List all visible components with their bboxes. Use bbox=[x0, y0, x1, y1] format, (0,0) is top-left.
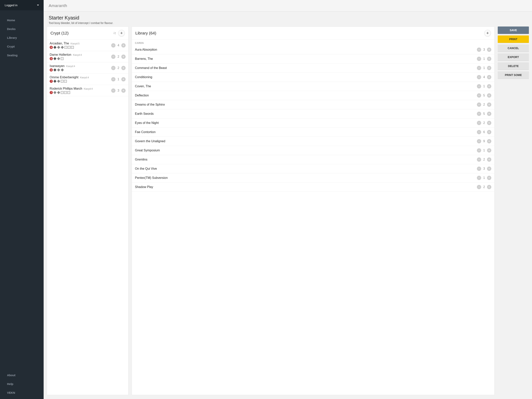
decrement-button[interactable]: − bbox=[477, 57, 481, 61]
discipline-icon bbox=[67, 91, 70, 94]
increment-button[interactable]: + bbox=[487, 48, 491, 52]
decrement-button[interactable]: − bbox=[477, 121, 481, 125]
crypt-card-count: 1 bbox=[117, 77, 120, 81]
crypt-row[interactable]: Arcadian, TheKiasyd:58−4+ bbox=[47, 40, 128, 51]
crypt-card-info: Dame HollertonKiasyd:45 bbox=[50, 53, 110, 60]
library-row[interactable]: Dreams of the Sphinx−2+ bbox=[132, 100, 494, 109]
login-dropdown[interactable]: Logged in bbox=[0, 0, 44, 10]
decrement-button[interactable]: − bbox=[477, 157, 481, 162]
print-some-button[interactable]: PRINT SOME bbox=[498, 71, 529, 79]
library-panel: Library (64) + CARDS Aura Absorption−3+B… bbox=[132, 26, 495, 395]
sidebar-item-about[interactable]: About bbox=[0, 371, 44, 380]
decrement-button[interactable]: − bbox=[111, 55, 115, 59]
library-card-name: Pentex(TM) Subversion bbox=[135, 176, 475, 180]
library-card-name: Coven, The bbox=[135, 84, 475, 88]
crypt-row[interactable]: Roderick Phillips MarchKiasyd:47−3+ bbox=[47, 85, 128, 96]
library-row[interactable]: Command of the Beast−1+ bbox=[132, 64, 494, 73]
decrement-button[interactable]: − bbox=[477, 176, 481, 180]
print-button[interactable]: PRINT bbox=[498, 35, 529, 43]
library-card-name: Govern the Unaligned bbox=[135, 140, 475, 143]
library-row[interactable]: Great Symposium−1+ bbox=[132, 146, 494, 155]
increment-button[interactable]: + bbox=[487, 130, 491, 134]
library-row[interactable]: Govern the Unaligned−9+ bbox=[132, 137, 494, 146]
library-row[interactable]: Shadow Play−2+ bbox=[132, 183, 494, 192]
increment-button[interactable]: + bbox=[487, 57, 491, 61]
decrement-button[interactable]: − bbox=[111, 43, 115, 48]
crypt-card-count: 2 bbox=[117, 66, 120, 70]
discipline-icon bbox=[71, 46, 74, 49]
export-button[interactable]: EXPORT bbox=[498, 53, 529, 61]
crypt-row[interactable]: Dame HollertonKiasyd:45−2+ bbox=[47, 51, 128, 62]
crypt-row[interactable]: IsanwayenKiasyd:46−2+ bbox=[47, 62, 128, 74]
library-row[interactable]: Fae Contortion−6+ bbox=[132, 128, 494, 137]
increment-button[interactable]: + bbox=[487, 121, 491, 125]
capacity-badge: 8 bbox=[50, 46, 53, 49]
library-row[interactable]: Eyes of the Night−2+ bbox=[132, 118, 494, 128]
decrement-button[interactable]: − bbox=[111, 77, 115, 81]
library-card-name: Gremlins bbox=[135, 158, 475, 161]
increment-button[interactable]: + bbox=[121, 43, 126, 48]
library-row[interactable]: Coven, The−1+ bbox=[132, 82, 494, 91]
increment-button[interactable]: + bbox=[487, 176, 491, 180]
cancel-button[interactable]: CANCEL bbox=[498, 45, 529, 52]
crypt-card-tag: Kiasyd:5 bbox=[70, 42, 79, 45]
increment-button[interactable]: + bbox=[487, 185, 491, 189]
decrement-button[interactable]: − bbox=[477, 103, 481, 107]
delete-button[interactable]: DELETE bbox=[498, 62, 529, 70]
library-row[interactable]: Gremlins−2+ bbox=[132, 155, 494, 164]
decrement-button[interactable]: − bbox=[477, 130, 481, 134]
library-row[interactable]: Deflection−5+ bbox=[132, 91, 494, 100]
decrement-button[interactable]: − bbox=[477, 75, 481, 79]
sort-icon[interactable] bbox=[113, 32, 116, 35]
decrement-button[interactable]: − bbox=[477, 112, 481, 116]
increment-button[interactable]: + bbox=[487, 148, 491, 153]
increment-button[interactable]: + bbox=[487, 93, 491, 98]
decrement-button[interactable]: − bbox=[477, 66, 481, 70]
increment-button[interactable]: + bbox=[487, 139, 491, 143]
sidebar-item-library[interactable]: Library bbox=[0, 33, 44, 42]
library-row[interactable]: Conditioning−4+ bbox=[132, 73, 494, 82]
sidebar-item-crypt[interactable]: Crypt bbox=[0, 42, 44, 51]
library-row[interactable]: Pentex(TM) Subversion−1+ bbox=[132, 174, 494, 183]
increment-button[interactable]: + bbox=[487, 84, 491, 89]
decrement-button[interactable]: − bbox=[111, 89, 115, 93]
decrement-button[interactable]: − bbox=[477, 148, 481, 153]
library-add-button[interactable]: + bbox=[484, 30, 491, 36]
save-button[interactable]: SAVE bbox=[498, 26, 529, 34]
increment-button[interactable]: + bbox=[121, 89, 126, 93]
decrement-button[interactable]: − bbox=[477, 139, 481, 143]
crypt-row[interactable]: Omme EnberbenightKiasyd:47−1+ bbox=[47, 74, 128, 85]
sidebar-item-home[interactable]: Home bbox=[0, 16, 44, 25]
increment-button[interactable]: + bbox=[487, 103, 491, 107]
library-card-count: 9 bbox=[483, 140, 485, 143]
decrement-button[interactable]: − bbox=[477, 167, 481, 171]
crypt-add-button[interactable]: + bbox=[118, 30, 125, 36]
library-card-name: Great Symposium bbox=[135, 149, 475, 152]
increment-button[interactable]: + bbox=[121, 77, 126, 81]
library-row[interactable]: On the Qui Vive−3+ bbox=[132, 164, 494, 174]
sidebar-item-seating[interactable]: Seating bbox=[0, 51, 44, 60]
increment-button[interactable]: + bbox=[487, 75, 491, 79]
library-row[interactable]: Earth Swords−5+ bbox=[132, 109, 494, 118]
decrement-button[interactable]: − bbox=[111, 66, 115, 70]
increment-button[interactable]: + bbox=[121, 66, 126, 70]
decrement-button[interactable]: − bbox=[477, 84, 481, 89]
login-label: Logged in bbox=[5, 4, 18, 7]
decrement-button[interactable]: − bbox=[477, 93, 481, 98]
topbar: Amaranth bbox=[44, 0, 532, 12]
increment-button[interactable]: + bbox=[487, 112, 491, 116]
decrement-button[interactable]: − bbox=[477, 185, 481, 189]
decrement-button[interactable]: − bbox=[477, 48, 481, 52]
crypt-card-tag: Kiasyd:4 bbox=[80, 76, 89, 79]
sidebar-item-decks[interactable]: Decks bbox=[0, 25, 44, 33]
library-card-count: 5 bbox=[483, 94, 485, 97]
library-card-count: 1 bbox=[483, 84, 485, 88]
library-row[interactable]: Aura Absorption−3+ bbox=[132, 45, 494, 54]
increment-button[interactable]: + bbox=[487, 157, 491, 162]
increment-button[interactable]: + bbox=[487, 66, 491, 70]
sidebar-item-help[interactable]: Help bbox=[0, 380, 44, 388]
sidebar-item-vekn[interactable]: VEKN bbox=[0, 388, 44, 397]
increment-button[interactable]: + bbox=[487, 167, 491, 171]
library-row[interactable]: Barrens, The−1+ bbox=[132, 54, 494, 64]
increment-button[interactable]: + bbox=[121, 55, 126, 59]
